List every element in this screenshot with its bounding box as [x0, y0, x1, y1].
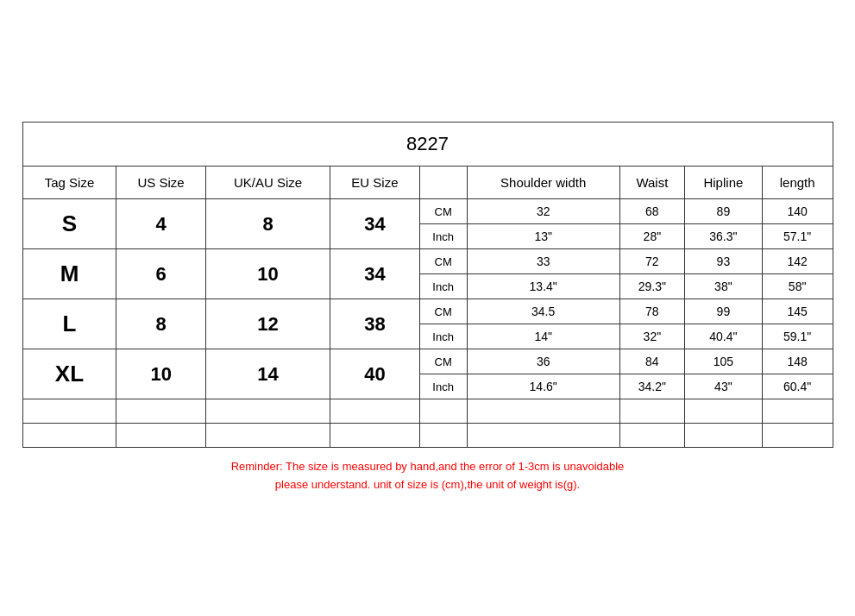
tag-size-cell: L: [22, 299, 116, 349]
empty-row: [22, 399, 833, 424]
ukau-size-cell: 14: [205, 349, 330, 399]
reminder-text: Reminder: The size is measured by hand,a…: [22, 458, 833, 494]
hipline-inch: 40.4": [684, 324, 762, 349]
unit-cm: CM: [419, 349, 467, 374]
unit-cm: CM: [419, 199, 467, 224]
length-inch: 58": [762, 274, 833, 299]
waist-inch: 29.3": [619, 274, 684, 299]
ukau-size-cell: 8: [205, 199, 330, 249]
hipline-cm: 105: [684, 349, 762, 374]
waist-cm: 72: [619, 249, 684, 274]
unit-inch: Inch: [419, 374, 467, 399]
header-waist: Waist: [619, 167, 684, 199]
table-row: S 4 8 34 CM 32 68 89 140: [22, 199, 833, 224]
empty-row: [22, 424, 833, 448]
shoulder-inch: 14.6": [467, 374, 619, 399]
eu-size-cell: 40: [330, 349, 419, 399]
us-size-cell: 8: [116, 299, 205, 349]
header-unit: [419, 167, 467, 199]
header-ukau-size: UK/AU Size: [205, 167, 330, 199]
header-us-size: US Size: [116, 167, 205, 199]
eu-size-cell: 34: [330, 199, 419, 249]
length-cm: 140: [762, 199, 833, 224]
shoulder-inch: 13.4": [467, 274, 619, 299]
reminder-line1: Reminder: The size is measured by hand,a…: [22, 458, 833, 476]
shoulder-cm: 33: [467, 249, 619, 274]
unit-inch: Inch: [419, 324, 467, 349]
tag-size-cell: M: [22, 249, 116, 299]
shoulder-cm: 32: [467, 199, 619, 224]
ukau-size-cell: 10: [205, 249, 330, 299]
length-inch: 60.4": [762, 374, 833, 399]
ukau-size-cell: 12: [205, 299, 330, 349]
waist-cm: 84: [619, 349, 684, 374]
hipline-cm: 93: [684, 249, 762, 274]
waist-cm: 68: [619, 199, 684, 224]
header-length: length: [762, 167, 833, 199]
hipline-inch: 43": [684, 374, 762, 399]
shoulder-cm: 36: [467, 349, 619, 374]
hipline-cm: 89: [684, 199, 762, 224]
length-cm: 148: [762, 349, 833, 374]
length-inch: 57.1": [762, 224, 833, 249]
us-size-cell: 4: [116, 199, 205, 249]
reminder-line2: please understand. unit of size is (cm),…: [22, 476, 833, 494]
us-size-cell: 10: [116, 349, 205, 399]
unit-inch: Inch: [419, 274, 467, 299]
hipline-inch: 36.3": [684, 224, 762, 249]
table-row: M 6 10 34 CM 33 72 93 142: [22, 249, 833, 274]
table-row: L 8 12 38 CM 34.5 78 99 145: [22, 299, 833, 324]
hipline-inch: 38": [684, 274, 762, 299]
unit-cm: CM: [419, 249, 467, 274]
shoulder-cm: 34.5: [467, 299, 619, 324]
waist-inch: 34.2": [619, 374, 684, 399]
table-row: XL 10 14 40 CM 36 84 105 148: [22, 349, 833, 374]
eu-size-cell: 34: [330, 249, 419, 299]
us-size-cell: 6: [116, 249, 205, 299]
tag-size-cell: S: [22, 199, 116, 249]
hipline-cm: 99: [684, 299, 762, 324]
shoulder-inch: 13": [467, 224, 619, 249]
waist-inch: 32": [619, 324, 684, 349]
length-inch: 59.1": [762, 324, 833, 349]
shoulder-inch: 14": [467, 324, 619, 349]
header-row: Tag Size US Size UK/AU Size EU Size Shou…: [22, 167, 833, 199]
size-chart-container: 8227 Tag Size US Size UK/AU Size EU Size…: [22, 122, 833, 494]
waist-inch: 28": [619, 224, 684, 249]
chart-title: 8227: [22, 122, 833, 166]
header-tag-size: Tag Size: [22, 167, 116, 199]
unit-cm: CM: [419, 299, 467, 324]
size-table: Tag Size US Size UK/AU Size EU Size Shou…: [22, 166, 833, 448]
waist-cm: 78: [619, 299, 684, 324]
header-eu-size: EU Size: [330, 167, 419, 199]
length-cm: 145: [762, 299, 833, 324]
header-hipline: Hipline: [684, 167, 762, 199]
length-cm: 142: [762, 249, 833, 274]
tag-size-cell: XL: [22, 349, 116, 399]
header-shoulder-width: Shoulder width: [467, 167, 619, 199]
unit-inch: Inch: [419, 224, 467, 249]
eu-size-cell: 38: [330, 299, 419, 349]
